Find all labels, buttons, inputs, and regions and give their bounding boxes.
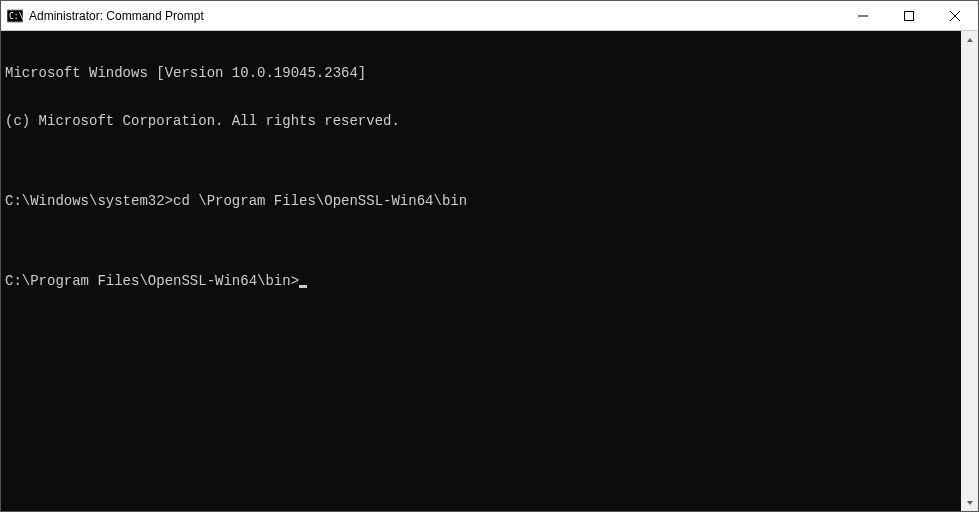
minimize-button[interactable] [840,1,886,30]
terminal-current-prompt: C:\Program Files\OpenSSL-Win64\bin> [5,273,957,289]
scroll-up-button[interactable] [961,31,978,48]
terminal[interactable]: Microsoft Windows [Version 10.0.19045.23… [1,31,961,511]
content-area: Microsoft Windows [Version 10.0.19045.23… [1,31,978,511]
svg-rect-3 [905,11,914,20]
terminal-line: (c) Microsoft Corporation. All rights re… [5,113,957,129]
command-prompt-window: C:\ Administrator: Command Prompt Micros… [0,0,979,512]
svg-text:C:\: C:\ [9,12,23,21]
vertical-scrollbar[interactable] [961,31,978,511]
titlebar[interactable]: C:\ Administrator: Command Prompt [1,1,978,31]
svg-marker-7 [967,501,973,505]
window-controls [840,1,978,30]
cursor [299,285,307,288]
window-title: Administrator: Command Prompt [29,9,840,23]
cmd-icon: C:\ [7,8,23,24]
terminal-line: Microsoft Windows [Version 10.0.19045.23… [5,65,957,81]
scroll-track[interactable] [961,48,978,494]
svg-marker-6 [967,38,973,42]
terminal-command-line: C:\Windows\system32>cd \Program Files\Op… [5,193,957,209]
close-button[interactable] [932,1,978,30]
prompt: C:\Windows\system32> [5,193,173,209]
prompt: C:\Program Files\OpenSSL-Win64\bin> [5,273,299,289]
maximize-button[interactable] [886,1,932,30]
command-text: cd \Program Files\OpenSSL-Win64\bin [173,193,467,209]
scroll-down-button[interactable] [961,494,978,511]
